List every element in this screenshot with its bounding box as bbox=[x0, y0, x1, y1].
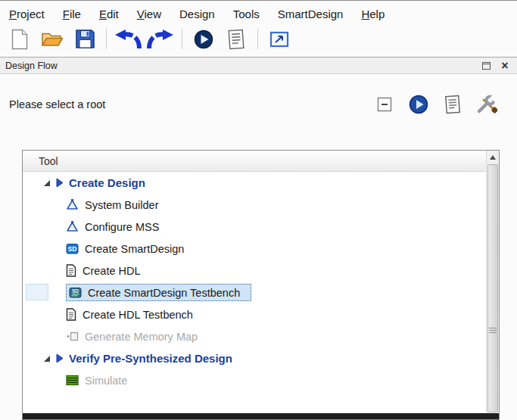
hdl-document-icon bbox=[66, 308, 76, 321]
scrollbar-thumb[interactable] bbox=[487, 164, 498, 412]
svg-text:SD: SD bbox=[68, 245, 77, 253]
svg-text:SD: SD bbox=[72, 288, 79, 294]
report-button[interactable] bbox=[223, 26, 250, 51]
tree-item-label: System Builder bbox=[85, 199, 159, 211]
menu-smartdesign[interactable]: SmartDesign bbox=[278, 8, 344, 20]
close-icon: × bbox=[501, 61, 508, 70]
redo-button[interactable] bbox=[147, 26, 174, 51]
main-toolbar bbox=[0, 24, 517, 57]
export-window-button[interactable] bbox=[266, 26, 293, 51]
wrench-icon bbox=[476, 95, 497, 114]
design-flow-tree: Tool Create Design System Builder Config… bbox=[22, 150, 500, 420]
run-flow-button[interactable] bbox=[408, 94, 429, 115]
toolbar-separator bbox=[182, 29, 182, 49]
tree-item-create-design[interactable]: Create Design bbox=[23, 172, 499, 194]
tree-item-create-hdl-testbench[interactable]: Create HDL Testbench bbox=[23, 303, 499, 325]
tree-item-generate-memory-map[interactable]: Generate Memory Map bbox=[23, 325, 499, 347]
tree-item-label: Create SmartDesign Testbench bbox=[88, 287, 240, 299]
menu-view[interactable]: View bbox=[137, 8, 161, 20]
menu-design[interactable]: Design bbox=[179, 8, 215, 20]
close-panel-button[interactable]: × bbox=[498, 60, 512, 72]
tree-item-label: Create HDL Testbench bbox=[83, 309, 193, 321]
customize-tools-button[interactable] bbox=[476, 94, 497, 115]
panel-title: Design Flow bbox=[5, 61, 474, 71]
smartdesign-testbench-icon: SD bbox=[69, 286, 82, 299]
open-project-button[interactable] bbox=[39, 26, 66, 51]
tree-column-header[interactable]: Tool bbox=[23, 151, 486, 172]
menu-tools[interactable]: Tools bbox=[233, 8, 260, 20]
system-builder-icon bbox=[66, 198, 79, 211]
save-icon bbox=[75, 29, 95, 49]
tree-column-header-label: Tool bbox=[39, 155, 58, 167]
menu-project[interactable]: Project bbox=[9, 8, 45, 20]
view-report-button[interactable] bbox=[442, 94, 463, 115]
menubar: Project File Edit View Design Tools Smar… bbox=[0, 0, 517, 24]
hdl-document-icon bbox=[66, 264, 76, 277]
export-window-icon bbox=[269, 30, 290, 48]
scrollbar-grip-icon bbox=[489, 326, 497, 334]
flow-arrow-icon bbox=[56, 178, 64, 188]
run-button[interactable] bbox=[190, 26, 217, 51]
expander-expanded-icon[interactable] bbox=[43, 355, 51, 362]
tree-item-create-hdl[interactable]: Create HDL bbox=[23, 260, 499, 282]
tree-item-label: Verify Pre-Synthesized Design bbox=[69, 352, 232, 365]
collapse-all-icon bbox=[377, 97, 392, 112]
menu-edit[interactable]: Edit bbox=[99, 8, 119, 20]
float-panel-button[interactable] bbox=[479, 60, 493, 72]
row-indent-highlight bbox=[26, 284, 48, 300]
root-prompt-label: Please select a root bbox=[9, 98, 105, 110]
scroll-up-arrow-icon bbox=[490, 155, 496, 160]
new-document-button[interactable] bbox=[6, 26, 33, 51]
window-bottom-edge bbox=[22, 413, 500, 419]
tree-item-simulate[interactable]: Simulate bbox=[23, 369, 499, 391]
scrollbar-up-button[interactable] bbox=[487, 151, 499, 163]
menu-help[interactable]: Help bbox=[361, 8, 385, 20]
tree-item-label: Create SmartDesign bbox=[85, 243, 184, 255]
design-flow-titlebar: Design Flow × bbox=[0, 57, 517, 74]
open-folder-icon bbox=[41, 30, 64, 49]
expander-expanded-icon[interactable] bbox=[43, 179, 51, 187]
redo-icon bbox=[147, 29, 174, 49]
tree-item-label: Configure MSS bbox=[85, 221, 159, 233]
simulate-icon bbox=[66, 375, 79, 386]
tree-item-system-builder[interactable]: System Builder bbox=[23, 194, 499, 216]
report-icon bbox=[226, 28, 246, 51]
memory-map-icon bbox=[66, 330, 79, 343]
tree-item-create-smartdesign-testbench[interactable]: SD Create SmartDesign Testbench bbox=[23, 282, 499, 303]
tree-item-create-smartdesign[interactable]: SD Create SmartDesign bbox=[23, 238, 499, 260]
collapse-all-button[interactable] bbox=[374, 94, 395, 115]
tree-scrollbar[interactable] bbox=[486, 151, 499, 419]
undo-button[interactable] bbox=[114, 26, 142, 51]
undo-icon bbox=[114, 29, 142, 49]
view-report-icon bbox=[444, 94, 462, 114]
tree-item-configure-mss[interactable]: Configure MSS bbox=[23, 216, 499, 238]
window-top-edge bbox=[0, 0, 517, 1]
save-button[interactable] bbox=[71, 26, 98, 51]
run-icon bbox=[194, 30, 213, 49]
design-flow-actions: Please select a root bbox=[0, 92, 517, 117]
configure-mss-icon bbox=[66, 220, 79, 233]
tree-item-label: Generate Memory Map bbox=[85, 331, 198, 343]
flow-arrow-icon bbox=[56, 353, 64, 363]
tree-rows: Create Design System Builder Configure M… bbox=[23, 172, 499, 391]
tree-item-label: Simulate bbox=[85, 375, 127, 387]
toolbar-separator bbox=[257, 29, 258, 49]
tree-item-verify-pre-synthesized-design[interactable]: Verify Pre-Synthesized Design bbox=[23, 347, 499, 369]
selection-highlight: SD Create SmartDesign Testbench bbox=[66, 284, 251, 301]
run-flow-icon bbox=[409, 95, 428, 114]
tree-item-label: Create Design bbox=[69, 176, 145, 189]
menu-file[interactable]: File bbox=[63, 8, 81, 20]
tree-item-label: Create HDL bbox=[83, 265, 141, 277]
float-panel-icon bbox=[482, 62, 491, 70]
toolbar-separator bbox=[106, 29, 107, 49]
new-document-icon bbox=[11, 29, 29, 50]
smartdesign-icon: SD bbox=[66, 242, 79, 255]
